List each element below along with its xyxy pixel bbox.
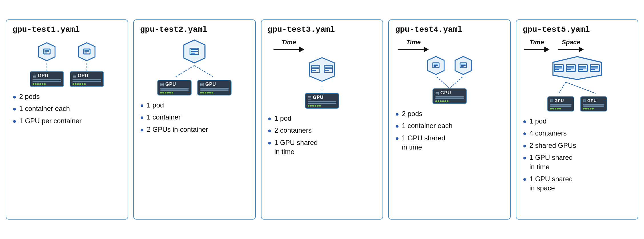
svg-rect-40 <box>461 64 466 65</box>
card-1-title: gpu-test1.yaml <box>13 25 80 34</box>
svg-rect-29 <box>325 68 332 69</box>
card-3: gpu-test3.yaml Time <box>261 19 383 220</box>
svg-rect-28 <box>325 67 332 68</box>
card-5-bullet-5: ●1 GPU sharedin space <box>523 174 576 193</box>
svg-rect-59 <box>579 67 586 69</box>
card-3-bullet-1: ●1 pod <box>268 114 318 123</box>
card-1-gpu-row: ▤ GPU <box>30 41 104 87</box>
svg-rect-50 <box>555 69 559 70</box>
card-5-bullets: ●1 pod ●4 containers ●2 shared GPUs ●1 G… <box>523 117 576 196</box>
card-5-bullet-4: ●1 GPU sharedin time <box>523 153 576 172</box>
svg-rect-65 <box>591 69 595 70</box>
card-2-diagram: ▤ GPU ▤ GPU <box>140 39 249 95</box>
card-5-time-label: Time <box>530 39 544 46</box>
svg-rect-5 <box>45 53 47 53</box>
card-2-bullet-3: ●2 GPUs in container <box>140 125 208 134</box>
svg-rect-41 <box>461 65 466 66</box>
card-1-conn-2 <box>86 63 87 71</box>
svg-line-18 <box>175 65 194 77</box>
card-2-bullets: ●1 pod ●1 container ●2 GPUs in container <box>140 101 208 137</box>
card-1-unit-2: ▤ GPU <box>70 41 104 87</box>
card-5-gpu-2: ▤ GPU <box>580 96 607 111</box>
svg-line-19 <box>194 65 214 77</box>
card-5-space-label: Space <box>562 39 580 46</box>
svg-rect-34 <box>434 64 438 65</box>
card-3-bullet-3: ●1 GPU sharedin time <box>268 138 318 157</box>
svg-line-66 <box>559 82 566 93</box>
card-5-pod-1 <box>549 55 606 81</box>
svg-rect-64 <box>591 67 598 69</box>
card-4-time-label: Time <box>406 39 421 46</box>
card-4-bullet-2: ●1 container each <box>395 121 452 130</box>
card-5-bullet-3: ●2 shared GPUs <box>523 141 576 150</box>
svg-rect-36 <box>434 66 436 67</box>
card-4-connector-svg <box>421 77 478 88</box>
card-1-unit-1: ▤ GPU <box>30 41 64 87</box>
card-3-gpu-1: ▤ GPU <box>305 93 339 109</box>
card-4-pod-1 <box>426 55 446 76</box>
svg-rect-23 <box>312 67 319 68</box>
card-5-gpu-1: ▤ GPU <box>547 96 574 111</box>
card-4-gpu-1: ▤ GPU <box>432 88 467 104</box>
svg-rect-53 <box>567 66 574 67</box>
svg-rect-15 <box>191 49 198 50</box>
svg-rect-58 <box>579 66 586 67</box>
card-4-pod-2 <box>453 55 474 76</box>
card-2: gpu-test2.yaml <box>133 19 256 220</box>
svg-line-43 <box>437 77 450 88</box>
card-5-diagram: Time Space <box>523 39 631 111</box>
card-2-title: gpu-test2.yaml <box>140 25 207 34</box>
card-4-diagram: Time <box>395 39 504 104</box>
card-5-connector-svg <box>537 82 617 93</box>
card-4-time-arrow: Time <box>398 39 429 52</box>
svg-rect-55 <box>567 69 571 70</box>
card-3-title: gpu-test3.yaml <box>268 25 335 34</box>
card-4-title: gpu-test4.yaml <box>395 25 462 34</box>
svg-rect-17 <box>191 53 195 54</box>
card-1-pod-1 <box>37 41 57 62</box>
card-5-title: gpu-test5.yaml <box>523 25 590 34</box>
card-1-bullet-2: ●1 container each <box>13 104 82 113</box>
svg-rect-42 <box>461 66 464 67</box>
card-1-pod-2 <box>77 41 97 62</box>
svg-rect-24 <box>312 68 319 69</box>
svg-rect-3 <box>45 50 49 51</box>
svg-rect-9 <box>84 50 89 51</box>
card-2-gpu-1: ▤ GPU <box>157 80 192 95</box>
svg-rect-4 <box>45 51 49 52</box>
card-1-gpu-2: ▤ GPU <box>70 71 104 87</box>
svg-rect-49 <box>555 67 562 69</box>
card-3-time-arrow: Time <box>273 39 304 52</box>
svg-rect-16 <box>191 51 198 52</box>
svg-rect-60 <box>579 69 583 70</box>
card-5-bullet-2: ●4 containers <box>523 129 576 138</box>
card-2-bullet-1: ●1 pod <box>140 101 208 110</box>
svg-rect-11 <box>84 53 87 53</box>
svg-rect-35 <box>434 65 438 66</box>
svg-line-44 <box>450 77 462 88</box>
card-3-pod-1 <box>306 55 338 84</box>
card-5-time-arrow: Time <box>524 39 550 52</box>
svg-rect-63 <box>591 66 598 67</box>
card-5-gpu-row: ▤ GPU ▤ GPU <box>547 96 607 111</box>
card-1-bullet-1: ●2 pods <box>13 92 82 101</box>
card-5-bullet-1: ●1 pod <box>523 117 576 126</box>
card-2-bullet-2: ●1 container <box>140 113 208 122</box>
card-1-gpu-1: ▤ GPU <box>30 71 64 87</box>
card-1-diagram: ▤ GPU <box>13 39 121 87</box>
card-5: gpu-test5.yaml Time Space <box>516 19 638 220</box>
card-3-diagram: Time <box>268 39 377 109</box>
card-2-connector-svg <box>156 65 233 77</box>
card-3-bullet-2: ●2 containers <box>268 126 318 135</box>
card-2-gpu-2: ▤ GPU <box>197 80 232 95</box>
svg-rect-10 <box>84 51 89 52</box>
diagrams-container: gpu-test1.yaml <box>6 19 638 220</box>
card-1-conn-1 <box>47 63 47 71</box>
card-5-space-arrow: Space <box>558 39 584 52</box>
card-3-bullets: ●1 pod ●2 containers ●1 GPU sharedin tim… <box>268 114 318 160</box>
card-1-bullets: ●2 pods ●1 container each ●1 GPU per con… <box>13 92 82 128</box>
card-1: gpu-test1.yaml <box>6 19 128 220</box>
card-4-bullets: ●2 pods ●1 container each ●1 GPU sharedi… <box>395 109 452 155</box>
svg-rect-30 <box>325 70 329 71</box>
svg-rect-54 <box>567 67 574 69</box>
